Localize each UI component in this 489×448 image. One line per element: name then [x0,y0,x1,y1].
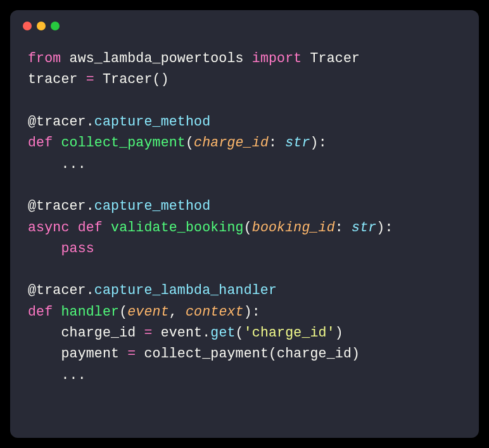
decorator-method: capture_lambda_handler [94,283,277,298]
code-window: from aws_lambda_powertools import Tracer… [10,10,479,438]
code-line: @tracer.capture_lambda_handler [28,283,277,298]
paren: ( [236,325,244,340]
param: booking_id [252,220,335,235]
keyword-import: import [252,51,302,66]
paren: ( [244,220,252,235]
param: context [186,304,244,319]
comma: , [169,304,186,319]
paren: ( [119,304,127,319]
variable: payment [61,346,127,361]
param: event [127,304,169,319]
colon: : [269,135,285,150]
colon: : [335,220,352,235]
decorator-method: capture_method [94,198,210,214]
paren: ): [376,220,393,235]
decorator-prefix: @tracer. [28,198,94,214]
minimize-icon[interactable] [37,22,46,30]
string-literal: 'charge_id' [244,325,335,340]
keyword-def: def [78,220,111,235]
keyword-def: def [28,135,61,150]
close-icon[interactable] [23,22,32,30]
code-line: ... [28,368,86,383]
decorator-prefix: @tracer. [28,283,94,298]
code-line: from aws_lambda_powertools import Tracer [28,51,360,66]
keyword-def: def [28,304,61,319]
code-line: async def validate_booking(booking_id: s… [28,220,393,235]
variable: tracer [28,72,86,87]
code-line: @tracer.capture_method [28,198,210,214]
keyword-pass: pass [61,241,94,256]
code-line: def collect_payment(charge_id: str): [28,135,327,150]
code-line: def handler(event, context): [28,304,260,319]
import-name: Tracer [302,51,360,66]
decorator-prefix: @tracer. [28,114,94,129]
keyword-async: async [28,220,78,235]
operator-eq: = [127,346,136,361]
call: Tracer() [94,72,169,87]
indent [28,325,61,340]
method-call: get [210,325,235,340]
decorator-method: capture_method [94,114,210,129]
variable: charge_id [61,325,144,340]
code-line: ... [28,157,86,172]
code-line: tracer = Tracer() [28,72,169,87]
object: event. [153,325,211,340]
titlebar [10,10,479,35]
type-hint: str [352,220,376,235]
paren: ): [244,304,260,319]
ellipsis: ... [61,157,86,172]
module-name: aws_lambda_powertools [61,51,251,66]
indent [28,241,61,256]
operator-eq: = [86,72,94,87]
maximize-icon[interactable] [51,22,60,30]
param: charge_id [194,135,269,150]
code-line: charge_id = event.get('charge_id') [28,325,343,340]
ellipsis: ... [61,368,86,383]
function-name: handler [61,304,119,319]
type-hint: str [285,135,310,150]
keyword-from: from [28,51,61,66]
paren: ) [335,325,343,340]
indent [28,346,61,361]
paren: ( [186,135,194,150]
paren: ): [310,135,327,150]
code-line: @tracer.capture_method [28,114,210,129]
indent [28,157,61,172]
code-editor: from aws_lambda_powertools import Tracer… [10,35,479,399]
function-name: validate_booking [111,220,244,235]
code-line: pass [28,241,94,256]
call: collect_payment(charge_id) [136,346,360,361]
code-line: payment = collect_payment(charge_id) [28,346,360,361]
function-name: collect_payment [61,135,186,150]
indent [28,368,61,383]
operator-eq: = [144,325,152,340]
